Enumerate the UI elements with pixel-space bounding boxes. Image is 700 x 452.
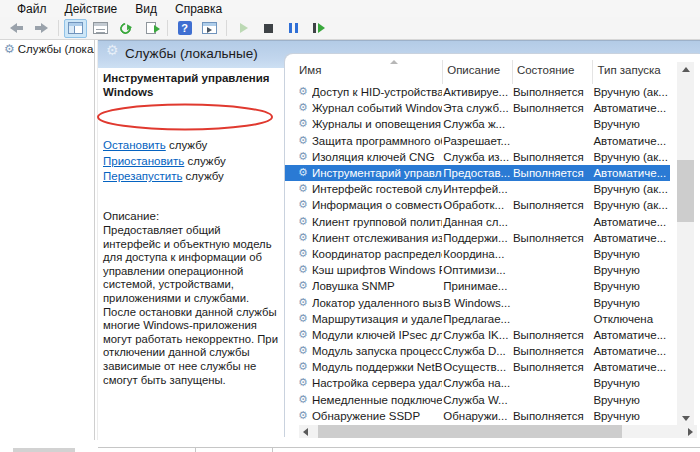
vertical-scroll-thumb[interactable] — [677, 160, 694, 222]
forward-icon[interactable] — [30, 19, 53, 38]
table-row[interactable]: Изоляция ключей CNG Служба из... Выполня… — [285, 149, 670, 165]
action-line-pause-service-link: Приостановить службу — [103, 154, 226, 170]
horizontal-scrollbar[interactable] — [299, 425, 697, 438]
table-row[interactable]: Обнаружение SSDP Обнаружи... Выполняется… — [285, 408, 670, 424]
action-line-restart-service-link: Перезапустить службу — [103, 169, 226, 185]
stop-service-icon[interactable] — [257, 19, 280, 38]
service-gear-icon — [298, 362, 308, 372]
properties-icon[interactable] — [89, 19, 112, 38]
service-gear-icon — [298, 395, 308, 405]
selected-service-name: Инструментарий управления Windows — [103, 71, 275, 99]
extended-view: Инструментарий управления Windows Остано… — [103, 71, 283, 99]
details-pane: Службы (локальные) Инструментарий управл… — [98, 40, 700, 440]
table-row[interactable]: Локатор удаленного вызо... В Windows... … — [285, 294, 670, 310]
scroll-right-icon[interactable] — [684, 425, 697, 438]
table-row[interactable]: Защита программного об... Разрешает... А… — [285, 133, 670, 149]
table-row[interactable]: Инструментарий управле... Предостав... В… — [285, 165, 670, 181]
refresh-icon[interactable] — [114, 19, 137, 38]
show-action-pane-icon[interactable] — [198, 19, 221, 38]
menu-item-file[interactable]: Файл — [8, 2, 56, 16]
vertical-scrollbar[interactable] — [677, 62, 694, 426]
table-row[interactable]: Координатор распределен... Координа... В… — [285, 246, 670, 262]
restart-service-icon[interactable] — [307, 19, 330, 38]
table-row[interactable]: Интерфейс гостевой служ... Интерфей... В… — [285, 181, 670, 197]
horizontal-scroll-thumb[interactable] — [318, 425, 622, 438]
service-gear-icon — [298, 168, 308, 178]
action-line-stop-service-link: Остановить службу — [103, 138, 226, 154]
column-header-name[interactable]: Имя — [298, 60, 443, 84]
back-icon[interactable] — [5, 19, 28, 38]
scroll-left-icon[interactable] — [299, 425, 312, 438]
services-header-icon — [106, 45, 119, 55]
stop-service-link[interactable]: Остановить — [103, 139, 166, 151]
services-list-panel: ИмяОписаниеСостояниеТип запуска Доступ к… — [285, 54, 700, 438]
table-row[interactable]: Модуль поддержки NetBI... Осуществ... Вы… — [285, 359, 670, 375]
toolbar-separator — [226, 20, 227, 36]
tree-item-services-local[interactable]: Службы (локальные) — [0, 40, 94, 57]
service-gear-icon — [298, 411, 308, 421]
table-row[interactable]: Клиент групповой полити... Данная сл... … — [285, 214, 670, 230]
service-action-links: Остановить службуПриостановить службуПер… — [103, 138, 226, 185]
restart-service-link[interactable]: Перезапустить — [103, 170, 182, 182]
table-row[interactable]: Доступ к HID-устройствам Активируе... Вы… — [285, 84, 670, 100]
service-gear-icon — [298, 136, 308, 146]
toolbar-separator — [58, 20, 59, 36]
service-gear-icon — [298, 346, 308, 356]
service-gear-icon — [298, 119, 308, 129]
scroll-down-icon[interactable] — [677, 411, 694, 426]
tab-extended[interactable] — [195, 447, 196, 452]
description-label: Описание: — [103, 210, 159, 222]
column-header-startup[interactable]: Тип запуска — [593, 60, 670, 84]
table-row[interactable]: Модуль запуска процессо... Служба D... В… — [285, 343, 670, 359]
service-gear-icon — [298, 249, 308, 259]
tab-standard[interactable] — [272, 447, 273, 452]
menu-item-view[interactable]: Вид — [126, 2, 166, 16]
table-row[interactable]: Немедленные подключен... Служба W... Вру… — [285, 392, 670, 408]
service-gear-icon — [298, 378, 308, 388]
description-text: Предоставляет общий интерфейс и объектну… — [103, 224, 281, 387]
table-row[interactable]: Модули ключей IPsec для ... Служба IK...… — [285, 327, 670, 343]
tree-item-label: Службы (локальные) — [18, 43, 94, 55]
menu-item-action[interactable]: Действие — [56, 2, 127, 16]
table-row[interactable]: Маршрутизация и удален... Предлагае... О… — [285, 311, 670, 327]
column-header-description[interactable]: Описание — [443, 60, 513, 84]
footer — [0, 440, 700, 452]
table-row[interactable]: Настройка сервера удален... Служба на...… — [285, 375, 670, 391]
service-gear-icon — [298, 217, 308, 227]
sort-ascending-icon — [390, 60, 398, 64]
pause-service-link[interactable]: Приостановить — [103, 155, 184, 167]
menu-item-help[interactable]: Справка — [166, 2, 231, 16]
export-list-icon[interactable] — [139, 19, 162, 38]
service-gear-icon — [298, 298, 308, 308]
help-icon[interactable] — [173, 19, 196, 38]
service-gear-icon — [298, 87, 308, 97]
action-rest-text: службу — [166, 139, 207, 151]
table-row[interactable]: Информация о совмести... Обработк... Вып… — [285, 197, 670, 213]
action-rest-text: службу — [184, 155, 225, 167]
table-row[interactable]: Кэш шрифтов Windows Pr... Оптимизи... Вр… — [285, 262, 670, 278]
table-row[interactable]: Журнал событий Windows Эта служб... Выпо… — [285, 100, 670, 116]
service-gear-icon — [298, 152, 308, 162]
column-header-status[interactable]: Состояние — [513, 60, 594, 84]
services-header-title: Службы (локальные) — [125, 46, 258, 61]
column-headers: ИмяОписаниеСостояниеТип запуска — [298, 60, 670, 84]
service-gear-icon — [298, 233, 308, 243]
services-rows: Доступ к HID-устройствам Активируе... Вы… — [285, 84, 670, 424]
service-gear-icon — [298, 200, 308, 210]
table-row[interactable]: Клиент отслеживания изм... Поддержи... В… — [285, 230, 670, 246]
table-row[interactable]: Журналы и оповещения п... Служба ж... Вр… — [285, 116, 670, 132]
services-gear-icon — [4, 44, 15, 54]
table-row[interactable]: Ловушка SNMP Принимае... Вручную — [285, 278, 670, 294]
start-service-icon[interactable] — [232, 19, 255, 38]
service-gear-icon — [298, 314, 308, 324]
menu-bar: ФайлДействиеВидСправка — [0, 0, 700, 17]
service-gear-icon — [298, 330, 308, 340]
service-gear-icon — [298, 184, 308, 194]
service-gear-icon — [298, 281, 308, 291]
console-tree-pane: Службы (локальные) — [0, 40, 95, 440]
tree-hscroll-thumb[interactable] — [13, 448, 75, 452]
show-console-tree-icon[interactable] — [64, 19, 87, 38]
toolbar — [0, 17, 700, 40]
pause-service-icon[interactable] — [282, 19, 305, 38]
scroll-up-icon[interactable] — [677, 62, 694, 77]
